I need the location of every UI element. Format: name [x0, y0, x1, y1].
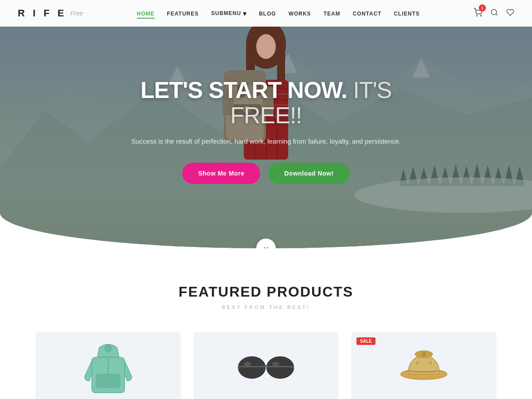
product-card-glasses[interactable]	[193, 332, 339, 399]
svg-point-54	[239, 358, 264, 377]
hat-illustration	[399, 345, 448, 390]
svg-point-66	[416, 362, 419, 364]
sale-badge: SALE	[356, 337, 376, 345]
nav-link-team[interactable]: TEAM	[324, 11, 340, 17]
nav-item-team[interactable]: TEAM	[324, 9, 340, 17]
hoodie-illustration	[84, 339, 133, 396]
products-grid: SALE	[35, 332, 497, 399]
svg-point-67	[429, 362, 432, 364]
svg-rect-50	[96, 374, 120, 387]
svg-point-65	[422, 352, 426, 356]
nav-item-contact[interactable]: CONTACT	[353, 9, 382, 17]
svg-point-58	[272, 362, 279, 366]
nav-link-clients[interactable]: CLIENTS	[394, 11, 419, 17]
products-title: FEATURED PRODUCTS	[35, 284, 497, 300]
hero-section: LET'S START NOW. IT'S FREE!! Success is …	[0, 0, 532, 248]
svg-point-27	[256, 34, 276, 59]
hero-buttons: Show Me More Download Now!	[111, 163, 421, 184]
glasses-illustration	[235, 350, 297, 385]
nav-link-blog[interactable]: BLOG	[259, 11, 276, 17]
svg-point-55	[244, 362, 251, 366]
hero-heading-main: LET'S START NOW.	[141, 77, 347, 103]
navbar: R I F E Free HOME FEATURES SUBMENU ▾ BLO…	[0, 0, 532, 27]
nav-links: HOME FEATURES SUBMENU ▾ BLOG WORKS TEAM …	[137, 9, 420, 18]
nav-item-works[interactable]: WORKS	[289, 9, 311, 17]
nav-link-home[interactable]: HOME	[137, 11, 155, 19]
nav-item-clients[interactable]: CLIENTS	[394, 9, 419, 17]
product-card-hoodie[interactable]	[35, 332, 181, 399]
hero-content: LET'S START NOW. IT'S FREE!! Success is …	[111, 78, 421, 184]
product-card-hat[interactable]: SALE	[351, 332, 497, 399]
cart-icon[interactable]: 1	[473, 8, 482, 19]
svg-point-1	[481, 16, 481, 16]
hero-subtext: Success is the result of perfection, har…	[111, 136, 421, 147]
wishlist-icon[interactable]	[506, 8, 514, 18]
nav-link-contact[interactable]: CONTACT	[353, 11, 382, 17]
nav-item-blog[interactable]: BLOG	[259, 9, 276, 17]
hero-heading: LET'S START NOW. IT'S FREE!!	[111, 78, 421, 128]
svg-point-0	[477, 16, 477, 16]
nav-item-home[interactable]: HOME	[137, 9, 155, 17]
nav-item-features[interactable]: FEATURES	[167, 9, 199, 17]
show-more-button[interactable]: Show Me More	[182, 163, 260, 184]
products-subtitle: BEST FROM THE BEST!	[35, 305, 497, 310]
logo-free: Free	[70, 10, 83, 17]
nav-item-submenu[interactable]: SUBMENU ▾	[211, 9, 246, 18]
products-section: FEATURED PRODUCTS BEST FROM THE BEST!	[0, 248, 532, 399]
nav-link-submenu[interactable]: SUBMENU	[211, 10, 241, 16]
search-icon[interactable]	[490, 8, 498, 18]
logo[interactable]: R I F E Free	[18, 8, 83, 19]
logo-rife: R I F E	[18, 8, 66, 19]
nav-link-features[interactable]: FEATURES	[167, 11, 199, 17]
svg-point-52	[105, 345, 112, 352]
svg-line-3	[496, 14, 497, 15]
chevron-down-icon	[262, 244, 270, 248]
svg-point-2	[491, 9, 497, 15]
cart-badge: 1	[479, 4, 486, 12]
nav-link-works[interactable]: WORKS	[289, 11, 311, 17]
nav-icons: 1	[473, 8, 514, 19]
dropdown-arrow-icon: ▾	[243, 9, 246, 18]
svg-point-57	[268, 358, 293, 377]
download-button[interactable]: Download Now!	[268, 163, 350, 184]
